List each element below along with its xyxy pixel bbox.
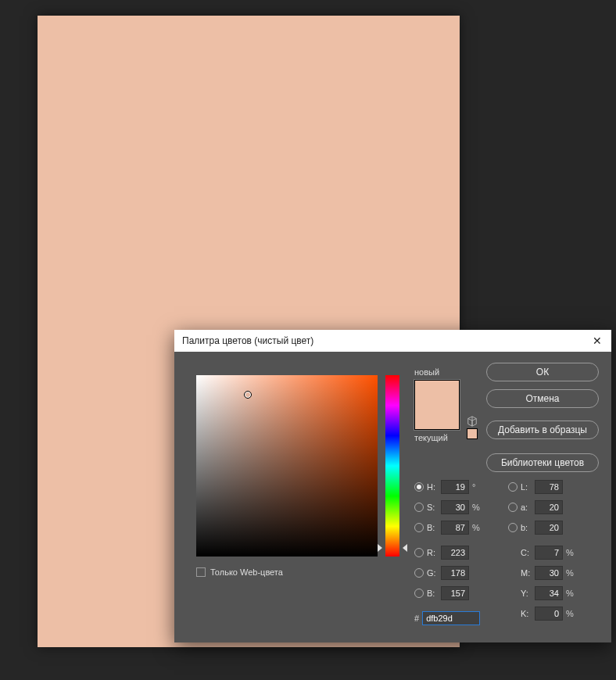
- saturation-value-field[interactable]: [196, 375, 378, 557]
- m-label: M:: [521, 568, 532, 578]
- rgb-b-radio[interactable]: [414, 589, 424, 598]
- r-row: R:: [414, 546, 488, 560]
- a-input[interactable]: [535, 500, 563, 514]
- g-label: G:: [427, 568, 438, 578]
- y-input[interactable]: [535, 586, 563, 600]
- hue-slider[interactable]: [385, 375, 399, 557]
- k-label: K:: [521, 609, 532, 618]
- brightness-label: B:: [427, 523, 438, 532]
- add-swatch-button[interactable]: Добавить в образцы: [486, 421, 599, 439]
- c-row: C: %: [508, 546, 582, 560]
- web-only-row: Только Web-цвета: [196, 567, 283, 577]
- rgb-b-row: B:: [414, 586, 488, 600]
- rgb-b-input[interactable]: [441, 586, 469, 600]
- k-input[interactable]: [535, 607, 563, 621]
- hue-label: H:: [427, 482, 438, 492]
- dialog-titlebar: Палитра цветов (чистый цвет) ✕: [174, 330, 611, 352]
- l-input[interactable]: [535, 480, 563, 494]
- brightness-row: B: %: [414, 521, 488, 535]
- k-row: K: %: [508, 607, 582, 621]
- lab-b-label: b:: [521, 523, 532, 532]
- web-only-checkbox[interactable]: [196, 567, 206, 577]
- r-radio[interactable]: [414, 548, 424, 557]
- cancel-button[interactable]: Отмена: [486, 389, 599, 408]
- a-row: a:: [508, 500, 582, 514]
- lab-b-radio[interactable]: [508, 523, 518, 532]
- c-unit: %: [566, 548, 574, 557]
- l-radio[interactable]: [508, 482, 518, 492]
- hex-row: #: [414, 611, 480, 625]
- rgb-b-label: B:: [427, 589, 438, 598]
- lab-b-row: b:: [508, 521, 582, 535]
- current-color-swatch[interactable]: [415, 405, 459, 429]
- dialog-title: Палитра цветов (чистый цвет): [182, 335, 313, 346]
- y-unit: %: [566, 589, 574, 598]
- brightness-unit: %: [472, 523, 480, 532]
- a-label: a:: [521, 503, 532, 512]
- brightness-radio[interactable]: [414, 523, 424, 532]
- l-row: L:: [508, 480, 582, 494]
- hex-input[interactable]: [422, 611, 480, 625]
- close-icon[interactable]: ✕: [589, 335, 605, 347]
- m-input[interactable]: [535, 566, 563, 580]
- y-label: Y:: [521, 589, 532, 598]
- brightness-input[interactable]: [441, 521, 469, 535]
- cube-icon: [467, 416, 478, 427]
- a-radio[interactable]: [508, 503, 518, 512]
- k-unit: %: [566, 609, 574, 618]
- m-unit: %: [566, 568, 574, 578]
- current-color-label: текущий: [414, 433, 448, 442]
- l-label: L:: [521, 482, 532, 492]
- m-row: M: %: [508, 566, 582, 580]
- r-input[interactable]: [441, 546, 469, 560]
- hue-radio[interactable]: [414, 482, 424, 492]
- saturation-radio[interactable]: [414, 503, 424, 512]
- saturation-row: S: %: [414, 500, 488, 514]
- g-radio[interactable]: [414, 568, 424, 578]
- color-libraries-button[interactable]: Библиотеки цветов: [486, 453, 599, 472]
- ok-button[interactable]: ОК: [486, 363, 599, 381]
- saturation-input[interactable]: [441, 500, 469, 514]
- color-picker-dialog: Палитра цветов (чистый цвет) ✕ новый тек…: [174, 330, 611, 642]
- new-color-swatch[interactable]: [415, 381, 459, 405]
- r-label: R:: [427, 548, 438, 557]
- color-preview: [414, 380, 460, 430]
- hex-label: #: [414, 614, 419, 623]
- web-only-label: Только Web-цвета: [210, 567, 283, 577]
- sv-indicator-icon: [244, 391, 252, 399]
- c-input[interactable]: [535, 546, 563, 560]
- lab-b-input[interactable]: [535, 521, 563, 535]
- hue-input[interactable]: [441, 480, 469, 494]
- nearest-websafe-swatch[interactable]: [467, 428, 478, 439]
- hue-row: H: °: [414, 480, 488, 494]
- saturation-unit: %: [472, 503, 480, 512]
- new-color-label: новый: [414, 367, 439, 377]
- saturation-label: S:: [427, 503, 438, 512]
- y-row: Y: %: [508, 586, 582, 600]
- c-label: C:: [521, 548, 532, 557]
- hue-unit: °: [472, 482, 480, 492]
- g-row: G:: [414, 566, 488, 580]
- g-input[interactable]: [441, 566, 469, 580]
